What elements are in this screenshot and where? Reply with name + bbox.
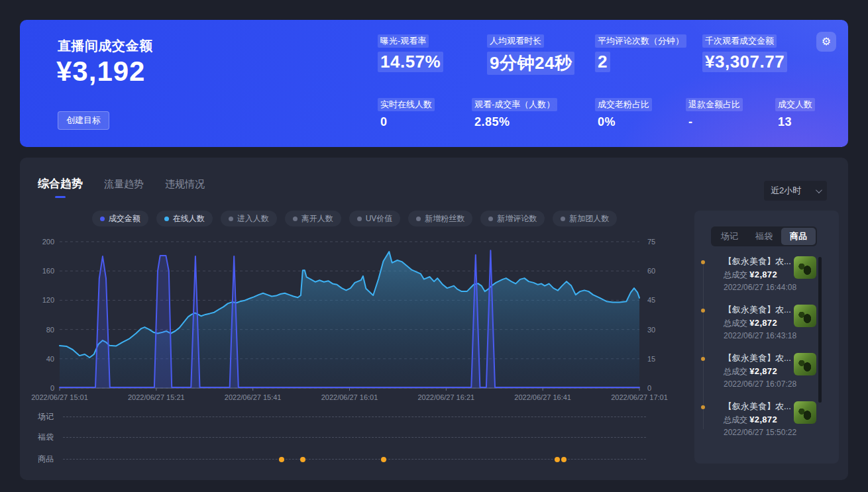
metric-label: 观看-成交率（人数） bbox=[472, 98, 557, 111]
bullet-dot-icon bbox=[701, 260, 705, 264]
metric-label: 人均观看时长 bbox=[487, 34, 544, 48]
bullet-dot-icon bbox=[701, 405, 705, 409]
legend-dot-icon bbox=[100, 217, 105, 221]
svg-text:80: 80 bbox=[46, 326, 54, 334]
metric-avg-comments: 平均评论次数（分钟） 2 bbox=[595, 34, 686, 72]
product-total: 总成交 ¥2,872 bbox=[724, 318, 777, 329]
legend-dot-icon bbox=[229, 217, 233, 221]
metric-view-conversion: 观看-成交率（人数） 2.85% bbox=[472, 98, 557, 129]
svg-text:120: 120 bbox=[42, 296, 54, 304]
product-thumbnail bbox=[794, 353, 816, 375]
metric-value: 14.57% bbox=[378, 52, 443, 72]
metric-value: 0% bbox=[595, 115, 618, 129]
metric-label: 平均评论次数（分钟） bbox=[595, 34, 686, 48]
legend-dot-icon bbox=[293, 217, 298, 221]
tab-violations[interactable]: 违规情况 bbox=[165, 178, 205, 191]
product-event-dot[interactable] bbox=[279, 457, 284, 462]
metric-value: - bbox=[686, 115, 696, 129]
legend-item[interactable]: 离开人数 bbox=[285, 211, 341, 226]
marker-row-products: 商品 bbox=[20, 452, 689, 466]
metric-old-fans-ratio: 成交老粉占比 0% bbox=[595, 98, 652, 129]
product-time: 2022/06/27 16:44:08 bbox=[724, 283, 796, 292]
svg-text:40: 40 bbox=[46, 355, 54, 363]
legend-item[interactable]: 进入人数 bbox=[221, 211, 277, 226]
metric-label: 千次观看成交金额 bbox=[702, 34, 777, 48]
marker-timeline bbox=[63, 459, 646, 460]
svg-text:2022/06/27 15:01: 2022/06/27 15:01 bbox=[31, 393, 88, 401]
product-event-dot[interactable] bbox=[555, 457, 560, 462]
trend-chart[interactable]: 00401580301204516060200752022/06/27 15:0… bbox=[27, 232, 682, 407]
chart-legend: 成交金额 在线人数 进入人数 离开人数 UV价值 新增粉丝数 新增评论数 新加团… bbox=[20, 211, 689, 226]
legend-item[interactable]: 在线人数 bbox=[156, 211, 213, 226]
chevron-down-icon bbox=[816, 187, 822, 193]
create-goal-button[interactable]: 创建目标 bbox=[58, 111, 109, 130]
product-list-item[interactable]: 【叙永美食】农... 总成交 ¥2,872 2022/06/27 16:44:0… bbox=[694, 256, 839, 299]
banner-title: 直播间成交金额 bbox=[58, 37, 153, 55]
legend-item[interactable]: 新加团人数 bbox=[553, 211, 617, 226]
panel-tab-products[interactable]: 商品 bbox=[781, 228, 816, 245]
product-thumbnail bbox=[794, 305, 816, 327]
product-event-dot[interactable] bbox=[300, 457, 305, 462]
total-amount: ¥3,192 bbox=[56, 56, 145, 87]
metric-exposure-view-rate: 曝光-观看率 14.57% bbox=[378, 34, 443, 72]
product-list-item[interactable]: 【叙永美食】农... 总成交 ¥2,872 2022/06/27 15:50:2… bbox=[694, 401, 839, 444]
legend-dot-icon bbox=[357, 217, 362, 221]
legend-item[interactable]: 成交金额 bbox=[92, 211, 148, 226]
svg-text:160: 160 bbox=[42, 267, 54, 275]
product-title: 【叙永美食】农... bbox=[724, 352, 791, 364]
tab-traffic-trend[interactable]: 流量趋势 bbox=[104, 178, 144, 191]
svg-text:60: 60 bbox=[647, 267, 655, 275]
product-list-item[interactable]: 【叙永美食】农... 总成交 ¥2,872 2022/06/27 16:07:2… bbox=[694, 352, 839, 396]
metric-gmv-per-1000-views: 千次观看成交金额 ¥3,307.77 bbox=[702, 34, 787, 72]
metric-value: 9分钟24秒 bbox=[487, 52, 574, 75]
svg-text:0: 0 bbox=[647, 384, 651, 392]
svg-text:2022/06/27 17:01: 2022/06/27 17:01 bbox=[611, 393, 668, 401]
svg-text:15: 15 bbox=[647, 355, 655, 363]
panel-tab-luckybag[interactable]: 福袋 bbox=[747, 228, 781, 245]
bullet-dot-icon bbox=[701, 309, 705, 313]
legend-item[interactable]: 新增评论数 bbox=[480, 211, 545, 226]
time-range-dropdown[interactable]: 近2小时 bbox=[764, 181, 827, 201]
product-list-item[interactable]: 【叙永美食】农... 总成交 ¥2,872 2022/06/27 16:43:1… bbox=[694, 304, 839, 348]
tab-overall-trend[interactable]: 综合趋势 bbox=[38, 176, 83, 191]
svg-text:0: 0 bbox=[50, 384, 54, 392]
svg-text:30: 30 bbox=[647, 326, 655, 334]
marker-row-notes: 场记 bbox=[20, 410, 689, 423]
metric-refund-ratio: 退款金额占比 - bbox=[686, 98, 743, 129]
product-event-dot[interactable] bbox=[561, 457, 567, 462]
gear-icon[interactable]: ⚙ bbox=[816, 32, 836, 52]
product-thumbnail bbox=[794, 401, 816, 424]
product-total: 总成交 ¥2,872 bbox=[724, 415, 777, 426]
metric-label: 退款金额占比 bbox=[686, 98, 743, 111]
metric-label: 曝光-观看率 bbox=[378, 34, 429, 48]
time-range-value: 近2小时 bbox=[771, 185, 801, 197]
product-time: 2022/06/27 16:07:28 bbox=[724, 379, 796, 389]
scrollbar[interactable] bbox=[818, 257, 822, 403]
panel-tab-notes[interactable]: 场记 bbox=[712, 228, 747, 245]
metric-label: 成交老粉占比 bbox=[595, 98, 652, 111]
svg-text:200: 200 bbox=[42, 238, 54, 246]
legend-dot-icon bbox=[416, 217, 421, 221]
legend-item[interactable]: 新增粉丝数 bbox=[408, 211, 472, 226]
trend-card: 综合趋势 流量趋势 违规情况 近2小时 成交金额 在线人数 进入人数 离开人数 … bbox=[20, 158, 848, 480]
product-total: 总成交 ¥2,872 bbox=[724, 270, 777, 281]
legend-dot-icon bbox=[488, 217, 493, 221]
metric-buyers-count: 成交人数 13 bbox=[775, 98, 815, 129]
legend-dot-icon bbox=[164, 217, 169, 221]
svg-text:2022/06/27 16:21: 2022/06/27 16:21 bbox=[418, 393, 475, 401]
metric-online-now: 实时在线人数 0 bbox=[378, 98, 435, 129]
metric-label: 成交人数 bbox=[775, 98, 815, 111]
active-tab-underline bbox=[55, 196, 66, 198]
metric-value: 2 bbox=[595, 52, 610, 72]
event-panel: 场记 福袋 商品 【叙永美食】农... 总成交 ¥2,872 2022/06/2… bbox=[694, 211, 839, 464]
metric-label: 实时在线人数 bbox=[378, 98, 435, 111]
product-event-dot[interactable] bbox=[381, 457, 386, 462]
bullet-dot-icon bbox=[701, 357, 705, 361]
svg-text:2022/06/27 15:41: 2022/06/27 15:41 bbox=[225, 393, 282, 401]
legend-item[interactable]: UV价值 bbox=[349, 211, 401, 226]
product-title: 【叙永美食】农... bbox=[724, 256, 791, 268]
svg-text:75: 75 bbox=[647, 238, 655, 246]
trend-tab-row: 综合趋势 流量趋势 违规情况 bbox=[38, 176, 205, 191]
svg-text:2022/06/27 16:01: 2022/06/27 16:01 bbox=[321, 393, 378, 401]
event-panel-tabs: 场记 福袋 商品 bbox=[711, 226, 817, 246]
